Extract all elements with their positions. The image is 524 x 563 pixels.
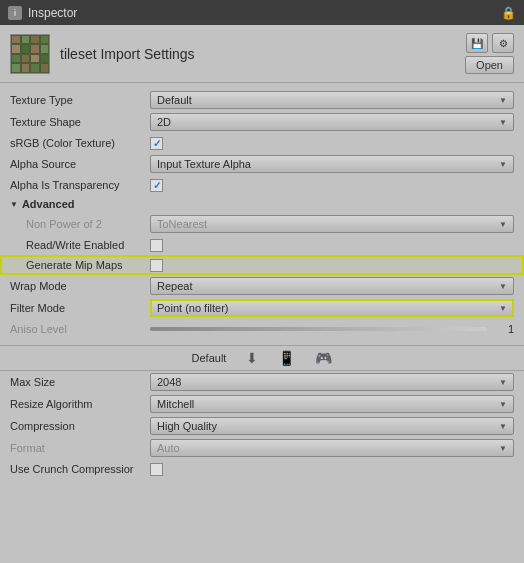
aniso-value: 1	[494, 323, 514, 335]
main-panel: tileset Import Settings 💾 ⚙ Open Texture…	[0, 25, 524, 479]
compression-label: Compression	[10, 420, 150, 432]
non-power-of-2-value: ToNearest	[157, 218, 207, 230]
tileset-thumbnail	[10, 34, 50, 74]
resize-algorithm-label: Resize Algorithm	[10, 398, 150, 410]
generate-mip-maps-checkbox[interactable]	[150, 259, 163, 272]
non-power-of-2-dropdown[interactable]: ToNearest ▼	[150, 215, 514, 233]
texture-type-value: Default	[157, 94, 192, 106]
alpha-source-dropdown[interactable]: Input Texture Alpha ▼	[150, 155, 514, 173]
advanced-section-header[interactable]: ▼ Advanced	[0, 195, 524, 213]
save-to-disk-icon[interactable]: 💾	[466, 33, 488, 53]
filter-mode-label: Filter Mode	[10, 302, 150, 314]
format-row: Format Auto ▼	[0, 437, 524, 459]
alpha-source-row: Alpha Source Input Texture Alpha ▼	[0, 153, 524, 175]
resize-algorithm-dropdown[interactable]: Mitchell ▼	[150, 395, 514, 413]
texture-type-label: Texture Type	[10, 94, 150, 106]
srgb-row: sRGB (Color Texture)	[0, 133, 524, 153]
wrap-mode-dropdown[interactable]: Repeat ▼	[150, 277, 514, 295]
alpha-transparency-label: Alpha Is Transparency	[10, 179, 150, 191]
texture-shape-value: 2D	[157, 116, 171, 128]
compression-value: High Quality	[157, 420, 217, 432]
platform-bar: Default ⬇ 📱 🎮	[0, 345, 524, 370]
generate-mip-maps-row: Generate Mip Maps	[0, 255, 524, 275]
format-label: Format	[10, 442, 150, 454]
inspector-icon: i	[8, 6, 22, 20]
dropdown-arrow9: ▼	[499, 422, 507, 431]
dropdown-arrow6: ▼	[499, 304, 507, 313]
gear-icon[interactable]: ⚙	[492, 33, 514, 53]
alpha-transparency-row: Alpha Is Transparency	[0, 175, 524, 195]
gamepad-icon[interactable]: 🎮	[315, 350, 332, 366]
resize-algorithm-value: Mitchell	[157, 398, 194, 410]
aniso-level-label: Aniso Level	[10, 323, 150, 335]
compression-row: Compression High Quality ▼	[0, 415, 524, 437]
dropdown-arrow: ▼	[499, 96, 507, 105]
generate-mip-maps-label: Generate Mip Maps	[10, 259, 150, 271]
open-button[interactable]: Open	[465, 56, 514, 74]
crunch-compression-checkbox[interactable]	[150, 463, 163, 476]
wrap-mode-label: Wrap Mode	[10, 280, 150, 292]
title-bar-text: Inspector	[28, 6, 77, 20]
texture-shape-dropdown[interactable]: 2D ▼	[150, 113, 514, 131]
max-size-label: Max Size	[10, 376, 150, 388]
resize-algorithm-row: Resize Algorithm Mitchell ▼	[0, 393, 524, 415]
wrap-mode-value: Repeat	[157, 280, 192, 292]
title-bar: i Inspector 🔒	[0, 0, 524, 25]
format-dropdown[interactable]: Auto ▼	[150, 439, 514, 457]
alpha-transparency-checkbox[interactable]	[150, 179, 163, 192]
texture-shape-label: Texture Shape	[10, 116, 150, 128]
aniso-level-row: Aniso Level 1	[0, 319, 524, 339]
collapse-triangle-icon: ▼	[10, 200, 18, 209]
dropdown-arrow4: ▼	[499, 220, 507, 229]
non-power-of-2-row: Non Power of 2 ToNearest ▼	[0, 213, 524, 235]
download-icon[interactable]: ⬇	[246, 350, 258, 366]
settings-area: Texture Type Default ▼ Texture Shape 2D …	[0, 83, 524, 345]
dropdown-arrow10: ▼	[499, 444, 507, 453]
read-write-row: Read/Write Enabled	[0, 235, 524, 255]
wrap-mode-row: Wrap Mode Repeat ▼	[0, 275, 524, 297]
dropdown-arrow2: ▼	[499, 118, 507, 127]
read-write-checkbox[interactable]	[150, 239, 163, 252]
filter-mode-value: Point (no filter)	[157, 302, 229, 314]
crunch-compression-label: Use Crunch Compressior	[10, 463, 150, 475]
bottom-section: Max Size 2048 ▼ Resize Algorithm Mitchel…	[0, 370, 524, 479]
dropdown-arrow3: ▼	[499, 160, 507, 169]
compression-dropdown[interactable]: High Quality ▼	[150, 417, 514, 435]
non-power-of-2-label: Non Power of 2	[10, 218, 150, 230]
texture-type-dropdown[interactable]: Default ▼	[150, 91, 514, 109]
aniso-slider-container: 1	[150, 323, 514, 335]
lock-icon[interactable]: 🔒	[501, 6, 516, 20]
filter-mode-row: Filter Mode Point (no filter) ▼	[0, 297, 524, 319]
srgb-label: sRGB (Color Texture)	[10, 137, 150, 149]
dropdown-arrow5: ▼	[499, 282, 507, 291]
import-header: tileset Import Settings 💾 ⚙ Open	[0, 25, 524, 83]
crunch-compression-row: Use Crunch Compressior	[0, 459, 524, 479]
filter-mode-dropdown[interactable]: Point (no filter) ▼	[150, 299, 514, 317]
advanced-label: Advanced	[22, 198, 75, 210]
texture-shape-row: Texture Shape 2D ▼	[0, 111, 524, 133]
dropdown-arrow8: ▼	[499, 400, 507, 409]
mobile-icon[interactable]: 📱	[278, 350, 295, 366]
format-value: Auto	[157, 442, 180, 454]
texture-type-row: Texture Type Default ▼	[0, 89, 524, 111]
aniso-slider[interactable]	[150, 327, 488, 331]
header-buttons: 💾 ⚙ Open	[465, 33, 514, 74]
max-size-value: 2048	[157, 376, 181, 388]
import-title: tileset Import Settings	[60, 46, 455, 62]
max-size-row: Max Size 2048 ▼	[0, 371, 524, 393]
platform-label: Default	[192, 352, 227, 364]
max-size-dropdown[interactable]: 2048 ▼	[150, 373, 514, 391]
alpha-source-value: Input Texture Alpha	[157, 158, 251, 170]
alpha-source-label: Alpha Source	[10, 158, 150, 170]
dropdown-arrow7: ▼	[499, 378, 507, 387]
srgb-checkbox[interactable]	[150, 137, 163, 150]
read-write-label: Read/Write Enabled	[10, 239, 150, 251]
